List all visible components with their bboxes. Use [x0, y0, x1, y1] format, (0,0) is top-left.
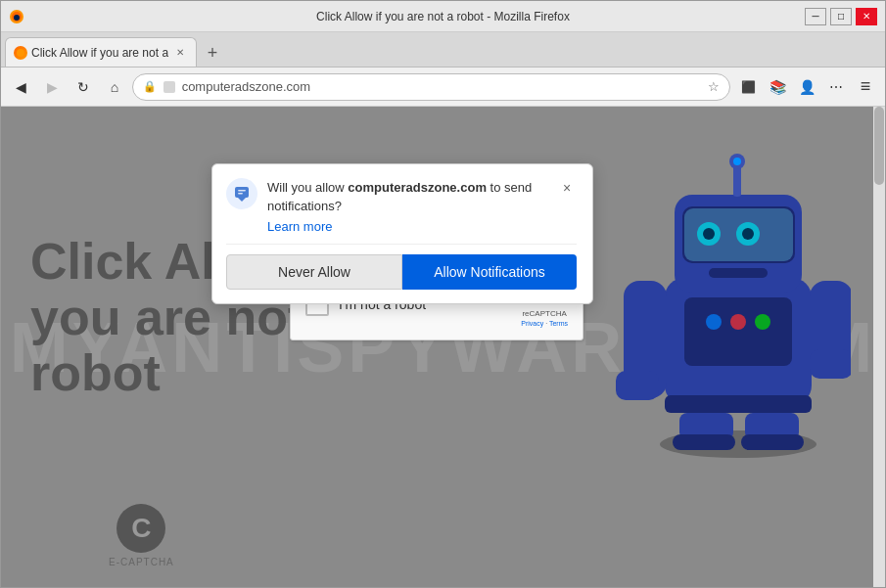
svg-point-14: [742, 228, 754, 240]
tab-title: Click Allow if you are not a: [31, 46, 168, 60]
menu-button[interactable]: ≡: [852, 73, 879, 101]
popup-close-button[interactable]: ×: [557, 178, 577, 198]
maximize-button[interactable]: □: [830, 8, 852, 25]
svg-rect-33: [238, 190, 246, 192]
svg-point-13: [703, 228, 715, 240]
window-controls: ─ □ ✕: [805, 8, 877, 25]
svg-point-3: [17, 49, 24, 57]
address-bar[interactable]: 🔒 computeradszone.com ☆: [132, 73, 730, 101]
robot-illustration: [582, 126, 856, 459]
synced-tabs-button[interactable]: 📚: [764, 73, 791, 101]
firefox-account-button[interactable]: 👤: [793, 73, 820, 101]
forward-button[interactable]: ▶: [38, 73, 66, 101]
notification-popup: Will you allow computeradszone.com to se…: [211, 163, 593, 304]
recaptcha-brand: reCAPTCHA: [522, 309, 566, 318]
ecaptcha-icon: C: [117, 504, 165, 553]
svg-point-17: [733, 158, 741, 165]
svg-rect-4: [163, 81, 175, 93]
address-icons: ☆: [708, 79, 720, 94]
svg-rect-23: [665, 395, 812, 413]
svg-rect-15: [733, 165, 741, 197]
minimize-button[interactable]: ─: [805, 8, 826, 25]
notification-icon: [226, 178, 257, 209]
ecaptcha-label: E-CAPTCHA: [109, 557, 174, 567]
main-text-line3: robot: [30, 345, 348, 401]
firefox-icon: [9, 9, 24, 24]
robot-svg: [586, 136, 851, 459]
active-tab[interactable]: Click Allow if you are not a ✕: [5, 37, 197, 67]
back-button[interactable]: ◀: [7, 73, 34, 101]
svg-rect-19: [684, 297, 792, 366]
page-content: MYANTISPYWARE.COM Click Allow if you are…: [1, 107, 885, 587]
svg-point-20: [706, 314, 722, 330]
nav-bar: ◀ ▶ ↻ ⌂ 🔒 computeradszone.com ☆ ⬛ 📚 👤 ⋯ …: [1, 68, 885, 107]
popup-question: Will you allow computeradszone.com to se…: [267, 180, 532, 213]
popup-header: Will you allow computeradszone.com to se…: [226, 178, 577, 234]
popup-buttons: Never Allow Allow Notifications: [226, 244, 577, 290]
never-allow-button[interactable]: Never Allow: [226, 254, 402, 290]
tab-favicon: [14, 46, 27, 60]
more-tools-button[interactable]: ⋯: [822, 73, 850, 101]
window-title: Click Allow if you are not a robot - Moz…: [316, 10, 570, 23]
svg-rect-30: [673, 434, 735, 450]
svg-rect-25: [616, 371, 659, 400]
privacy-link[interactable]: Privacy: [521, 320, 543, 327]
learn-more-link[interactable]: Learn more: [267, 219, 547, 234]
address-text: computeradszone.com: [163, 79, 702, 95]
allow-notifications-button[interactable]: Allow Notifications: [402, 254, 577, 290]
popup-body: Will you allow computeradszone.com to se…: [267, 178, 547, 234]
svg-point-21: [730, 314, 746, 330]
tab-bar: Click Allow if you are not a ✕ +: [1, 32, 885, 68]
terms-link[interactable]: Terms: [549, 320, 568, 327]
bookmark-icon[interactable]: ☆: [708, 79, 720, 94]
reload-button[interactable]: ↻: [70, 73, 97, 101]
home-button[interactable]: ⌂: [101, 73, 128, 101]
scrollbar-track: [873, 107, 885, 587]
svg-point-2: [14, 15, 20, 21]
new-tab-button[interactable]: +: [199, 39, 226, 67]
lock-icon: 🔒: [143, 80, 157, 93]
browser-window: Click Allow if you are not a robot - Moz…: [0, 0, 886, 588]
svg-rect-34: [238, 193, 243, 195]
svg-rect-31: [741, 434, 804, 450]
svg-rect-32: [235, 187, 249, 198]
nav-right-controls: ⬛ 📚 👤 ⋯ ≡: [734, 73, 879, 101]
recaptcha-links: Privacy · Terms: [521, 320, 568, 327]
tab-close-button[interactable]: ✕: [172, 45, 188, 61]
popup-site-name: computeradszone.com: [348, 180, 487, 195]
extensions-button[interactable]: ⬛: [734, 73, 762, 101]
svg-rect-18: [709, 268, 768, 278]
close-button[interactable]: ✕: [856, 8, 877, 25]
title-bar: Click Allow if you are not a robot - Moz…: [1, 1, 885, 32]
popup-question-prefix: Will you allow: [267, 180, 348, 195]
ecaptcha-logo: C E-CAPTCHA: [109, 504, 174, 567]
svg-rect-27: [810, 349, 851, 379]
scrollbar-thumb[interactable]: [874, 107, 884, 185]
svg-point-22: [755, 314, 770, 330]
